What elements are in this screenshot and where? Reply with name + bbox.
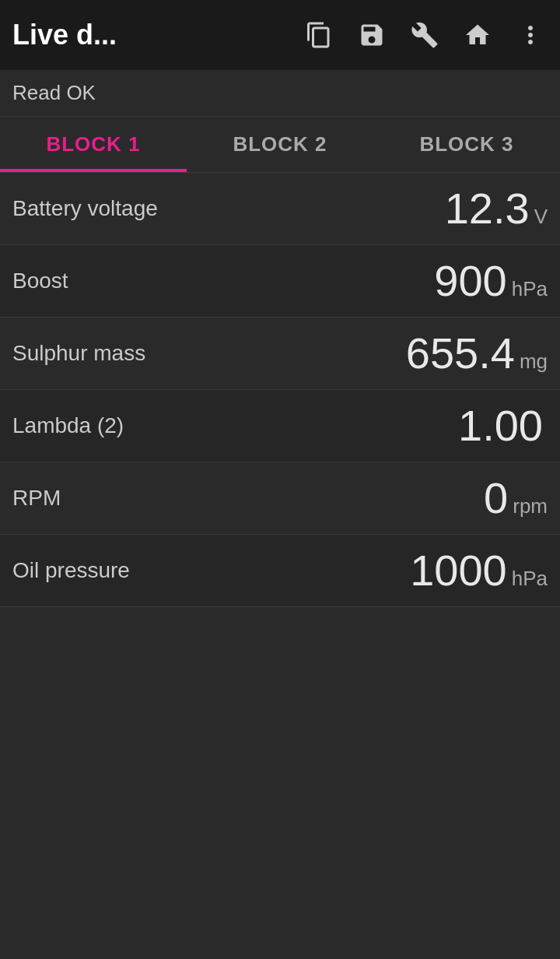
label-rpm: RPM — [12, 486, 230, 511]
value-container-sulphur-mass: 655.4 mg — [230, 332, 548, 375]
label-boost: Boost — [12, 269, 230, 293]
value-boost: 900 — [434, 259, 506, 303]
table-row: Lambda (2) 1.00 — [0, 390, 560, 462]
tab-block2[interactable]: BLOCK 2 — [187, 117, 373, 172]
table-row: RPM 0 rpm — [0, 462, 560, 535]
unit-battery-voltage: V — [534, 205, 548, 229]
unit-sulphur-mass: mg — [520, 350, 548, 374]
unit-rpm: rpm — [513, 494, 548, 518]
wrench-icon[interactable] — [408, 18, 442, 52]
table-row: Battery voltage 12.3 V — [0, 173, 560, 245]
value-container-rpm: 0 rpm — [230, 476, 548, 520]
value-oil-pressure: 1000 — [410, 549, 507, 592]
value-rpm: 0 — [484, 476, 508, 520]
top-bar: Live d... — [0, 0, 560, 70]
value-container-lambda: 1.00 — [230, 404, 548, 448]
table-row: Boost 900 hPa — [0, 245, 560, 318]
label-sulphur-mass: Sulphur mass — [12, 341, 230, 366]
value-battery-voltage: 12.3 — [445, 187, 530, 230]
more-icon[interactable] — [513, 18, 548, 52]
label-oil-pressure: Oil pressure — [12, 558, 230, 583]
status-bar: Read OK — [0, 70, 560, 117]
home-icon[interactable] — [460, 18, 495, 52]
tab-block1[interactable]: BLOCK 1 — [0, 117, 187, 172]
app-title: Live d... — [12, 19, 283, 51]
tab-block3[interactable]: BLOCK 3 — [373, 117, 560, 172]
label-lambda: Lambda (2) — [12, 413, 230, 438]
table-row: Sulphur mass 655.4 mg — [0, 318, 560, 390]
value-container-battery-voltage: 12.3 V — [230, 187, 548, 230]
empty-area — [0, 607, 560, 919]
label-battery-voltage: Battery voltage — [12, 196, 230, 221]
status-text: Read OK — [12, 81, 96, 104]
copy-icon[interactable] — [302, 18, 336, 52]
table-row: Oil pressure 1000 hPa — [0, 535, 560, 607]
value-container-boost: 900 hPa — [230, 259, 548, 303]
tab-bar: BLOCK 1 BLOCK 2 BLOCK 3 — [0, 117, 560, 173]
save-icon[interactable] — [355, 18, 389, 52]
value-container-oil-pressure: 1000 hPa — [230, 549, 548, 592]
unit-oil-pressure: hPa — [512, 567, 548, 591]
unit-boost: hPa — [512, 277, 548, 301]
value-sulphur-mass: 655.4 — [406, 332, 515, 375]
value-lambda: 1.00 — [458, 404, 543, 448]
data-table: Battery voltage 12.3 V Boost 900 hPa Sul… — [0, 173, 560, 607]
